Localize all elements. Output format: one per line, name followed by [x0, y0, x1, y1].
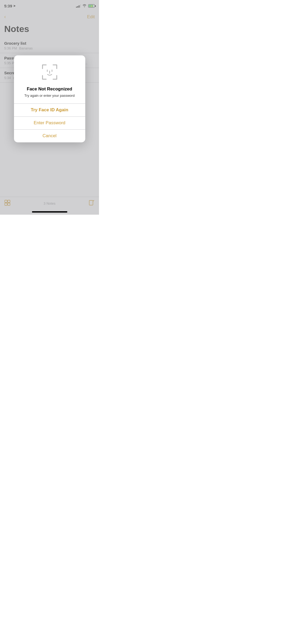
home-indicator — [32, 211, 67, 213]
dialog-subtitle: Try again or enter your password — [19, 93, 80, 98]
cancel-button[interactable]: Cancel — [14, 130, 85, 142]
try-face-id-button[interactable]: Try Face ID Again — [14, 104, 85, 117]
dialog-content: Face Not Recognized Try again or enter y… — [14, 55, 85, 103]
dialog-title: Face Not Recognized — [19, 86, 80, 92]
face-id-icon — [40, 63, 59, 81]
face-id-dialog: Face Not Recognized Try again or enter y… — [14, 55, 85, 142]
dialog-buttons: Try Face ID Again Enter Password Cancel — [14, 103, 85, 142]
enter-password-button[interactable]: Enter Password — [14, 117, 85, 130]
